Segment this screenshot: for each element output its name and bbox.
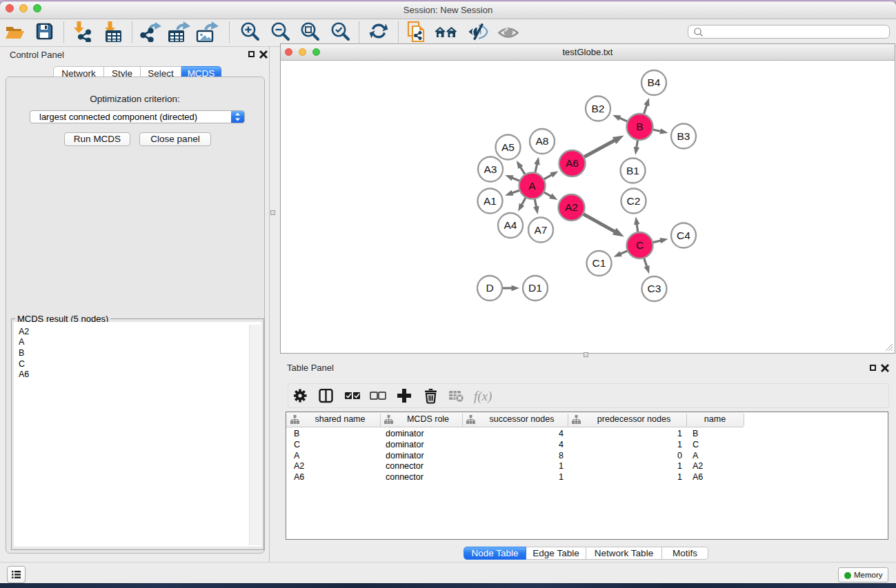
svg-text:A: A (528, 180, 536, 192)
svg-text:A7: A7 (535, 224, 548, 236)
svg-text:C2: C2 (627, 195, 641, 207)
svg-text:A4: A4 (504, 219, 517, 231)
svg-text:B3: B3 (677, 130, 690, 142)
svg-text:D: D (486, 282, 493, 294)
svg-text:A1: A1 (484, 195, 497, 207)
svg-text:B: B (636, 121, 643, 132)
svg-text:B1: B1 (626, 165, 639, 176)
svg-text:A5: A5 (501, 141, 515, 153)
svg-text:A2: A2 (565, 201, 578, 213)
svg-text:B2: B2 (592, 103, 605, 114)
svg-text:C1: C1 (593, 257, 606, 269)
svg-text:C4: C4 (677, 230, 690, 241)
svg-text:A3: A3 (484, 163, 497, 175)
svg-text:C3: C3 (648, 283, 661, 294)
svg-text:C: C (636, 239, 644, 251)
svg-text:A6: A6 (566, 157, 579, 169)
svg-text:D1: D1 (528, 282, 542, 294)
svg-text:f(x): f(x) (474, 389, 492, 404)
svg-text:B4: B4 (648, 77, 661, 88)
svg-text:A8: A8 (536, 135, 549, 147)
